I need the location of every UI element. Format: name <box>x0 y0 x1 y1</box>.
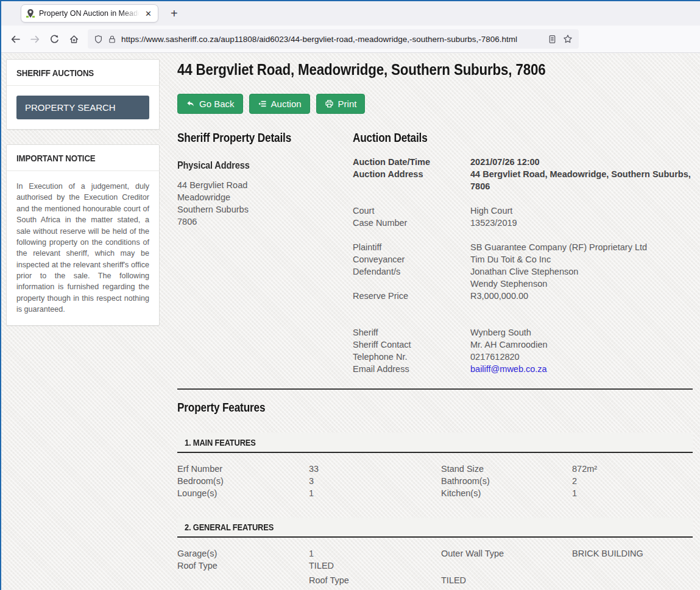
auction-when-where: Auction Date/Time2021/07/26 12:00 Auctio… <box>353 156 693 192</box>
main-features-section-header: 1. MAIN FEATURES <box>177 433 693 453</box>
table-row: Roof Type TILED <box>177 572 693 586</box>
main-content: 44 Bergvliet Road, Meadowridge, Southern… <box>177 59 693 590</box>
tracking-shield-icon[interactable] <box>94 35 103 44</box>
list-icon <box>258 99 267 108</box>
url-text[interactable]: https://www.sasheriff.co.za/aup11808/aid… <box>121 35 543 44</box>
auction-details-heading: Auction Details <box>353 131 428 145</box>
url-bar[interactable]: https://www.sasheriff.co.za/aup11808/aid… <box>88 29 579 49</box>
bookmark-star-icon[interactable] <box>563 34 573 44</box>
main-features-table: Erf Number 33 Stand Size 872m² Bedroom(s… <box>177 463 693 499</box>
sheriff-auctions-card: SHERIFF AUCTIONS PROPERTY SEARCH <box>6 59 160 130</box>
physical-address: 44 Bergvliet Road Meadowridge Southern S… <box>177 179 353 228</box>
property-details-heading: Sheriff Property Details <box>177 131 291 145</box>
section-divider <box>177 388 693 390</box>
physical-address-heading: Physical Address <box>177 160 250 172</box>
sheriff-email-link[interactable]: bailiff@mweb.co.za <box>470 364 547 374</box>
new-tab-button[interactable]: + <box>167 7 182 21</box>
table-row: Erf Number 33 Stand Size 872m² <box>177 463 693 475</box>
back-arrow-icon <box>186 99 195 108</box>
navigation-toolbar: https://www.sasheriff.co.za/aup11808/aid… <box>1 26 700 53</box>
tab-bar: Property ON Auction in Meado ✕ + <box>1 1 700 26</box>
property-features-heading: Property Features <box>177 401 265 415</box>
action-buttons: Go Back Auction Print <box>177 94 693 114</box>
table-row: Lounge(s) 1 Kitchen(s) 1 <box>177 487 693 499</box>
sheriff-auctions-title: SHERIFF AUCTIONS <box>16 68 94 79</box>
auction-details: Auction Details Auction Date/Time2021/07… <box>353 131 693 375</box>
important-notice-header: IMPORTANT NOTICE <box>7 145 159 171</box>
forward-button[interactable] <box>26 30 44 48</box>
reload-button[interactable] <box>45 30 63 48</box>
auction-button[interactable]: Auction <box>249 94 310 114</box>
reader-mode-icon[interactable] <box>548 35 557 44</box>
page-title: 44 Bergvliet Road, Meadowridge, Southern… <box>177 60 693 79</box>
tab-close-icon[interactable]: ✕ <box>143 9 154 18</box>
tab-title: Property ON Auction in Meado <box>39 9 140 18</box>
back-button[interactable] <box>6 30 24 48</box>
go-back-button[interactable]: Go Back <box>177 94 243 114</box>
general-features-section-header: 2. GENERAL FEATURES <box>177 518 693 538</box>
sidebar: SHERIFF AUCTIONS PROPERTY SEARCH IMPORTA… <box>6 59 160 590</box>
page-content: SHERIFF AUCTIONS PROPERTY SEARCH IMPORTA… <box>1 53 700 590</box>
table-row: Roof Type TILED <box>177 560 693 572</box>
sheriff-auctions-header: SHERIFF AUCTIONS <box>7 60 159 86</box>
print-button[interactable]: Print <box>316 94 366 114</box>
important-notice-text: In Execution of a judgement, duly author… <box>16 181 149 315</box>
general-features-table: Garage(s) 1 Outer Wall Type BRICK BUILDI… <box>177 547 693 586</box>
sheriff-property-details: Sheriff Property Details Physical Addres… <box>177 131 353 375</box>
sheriff-contact-details: SheriffWynberg South Sheriff ContactMr. … <box>353 326 693 375</box>
lock-icon[interactable] <box>108 35 116 44</box>
court-details: CourtHigh Court Case Number13523/2019 <box>353 205 693 229</box>
table-row: Garage(s) 1 Outer Wall Type BRICK BUILDI… <box>177 547 693 560</box>
table-row: Bedroom(s) 3 Bathroom(s) 2 <box>177 475 693 487</box>
property-search-button[interactable]: PROPERTY SEARCH <box>16 96 149 119</box>
site-favicon-pin-icon <box>26 9 35 18</box>
printer-icon <box>325 99 334 108</box>
important-notice-card: IMPORTANT NOTICE In Execution of a judge… <box>6 144 160 326</box>
home-button[interactable] <box>65 30 83 48</box>
parties-details: PlaintiffSB Guarantee Company (RF) Propr… <box>353 241 693 302</box>
browser-tab[interactable]: Property ON Auction in Meado ✕ <box>21 4 158 23</box>
important-notice-title: IMPORTANT NOTICE <box>16 153 96 164</box>
